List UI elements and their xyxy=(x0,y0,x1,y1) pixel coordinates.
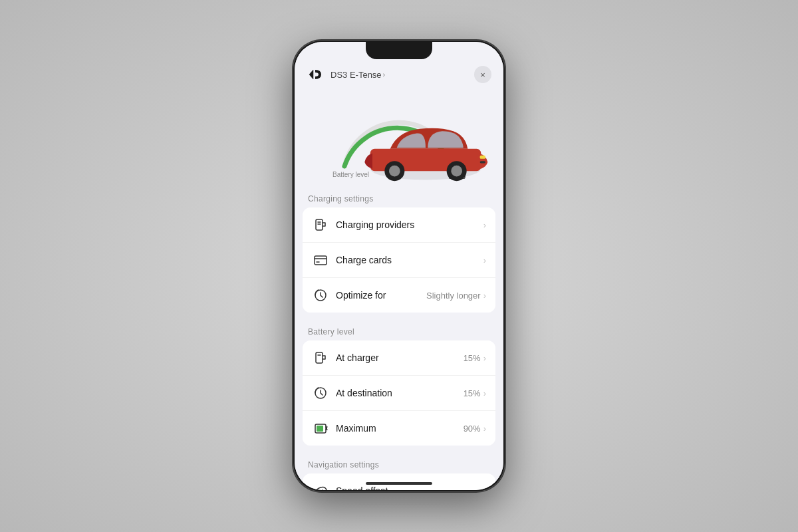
car-name-chevron: › xyxy=(383,70,386,78)
car-svg xyxy=(359,115,492,188)
battery-gauge-section: Battery level 92% xyxy=(295,90,503,185)
svg-rect-6 xyxy=(480,156,485,159)
at-charger-icon xyxy=(312,349,329,366)
charge-cards-label: Charge cards xyxy=(336,255,483,265)
at-destination-label: At destination xyxy=(336,388,464,398)
battery-level-section: Battery level At charger 15% › xyxy=(295,318,503,446)
at-charger-chevron: › xyxy=(483,353,486,363)
maximum-label: Maximum xyxy=(336,423,464,434)
close-button[interactable]: × xyxy=(474,66,491,83)
charge-cards-chevron: › xyxy=(483,255,486,265)
charging-settings-section: Charging settings Charging providers xyxy=(295,185,503,313)
car-image xyxy=(359,115,439,158)
optimize-for-row[interactable]: Optimize for Slightly longer › xyxy=(303,278,495,313)
charging-providers-chevron: › xyxy=(483,220,486,230)
charging-provider-icon xyxy=(312,216,329,233)
svg-rect-8 xyxy=(316,219,323,230)
charging-settings-label: Charging settings xyxy=(295,185,503,207)
at-charger-value: 15% xyxy=(464,353,481,363)
maximum-battery-icon xyxy=(312,420,329,437)
svg-point-5 xyxy=(451,166,462,177)
phone-frame: DS3 E-Tense › × xyxy=(293,40,505,492)
svg-rect-19 xyxy=(317,426,323,432)
svg-rect-15 xyxy=(316,352,323,363)
at-destination-icon xyxy=(312,384,329,402)
optimize-for-value: Slightly longer xyxy=(426,291,481,301)
charging-providers-row[interactable]: Charging providers › xyxy=(303,207,495,243)
navigation-settings-label: Navigation settings xyxy=(295,451,503,473)
speed-offset-icon xyxy=(312,482,329,490)
at-destination-row[interactable]: At destination 15% › xyxy=(303,376,495,411)
at-destination-chevron: › xyxy=(483,388,486,398)
at-charger-row[interactable]: At charger 15% › xyxy=(303,340,495,376)
gauge-container xyxy=(332,96,466,170)
charging-providers-label: Charging providers xyxy=(336,219,483,230)
home-indicator xyxy=(366,482,432,485)
svg-point-3 xyxy=(389,166,400,177)
at-destination-value: 15% xyxy=(464,388,481,398)
battery-level-section-label: Battery level xyxy=(295,318,503,340)
maximum-value: 90% xyxy=(464,424,481,434)
charge-cards-row[interactable]: Charge cards › xyxy=(303,243,495,278)
optimize-for-chevron: › xyxy=(483,291,486,301)
svg-rect-11 xyxy=(315,256,327,265)
header-left: DS3 E-Tense › xyxy=(307,67,385,82)
ds-logo-icon xyxy=(307,67,325,82)
maximum-chevron: › xyxy=(483,424,486,434)
charging-settings-group: Charging providers › Charge cards xyxy=(303,207,495,313)
at-charger-label: At charger xyxy=(336,352,464,363)
maximum-row[interactable]: Maximum 90% › xyxy=(303,411,495,446)
charge-card-icon xyxy=(312,251,329,269)
phone-screen: DS3 E-Tense › × xyxy=(295,42,503,490)
screen-content: DS3 E-Tense › × xyxy=(295,42,503,490)
svg-rect-7 xyxy=(480,161,485,163)
svg-rect-22 xyxy=(326,427,327,430)
car-name-text: DS3 E-Tense xyxy=(331,70,382,80)
battery-level-group: At charger 15% › At destination xyxy=(303,340,495,446)
speed-offset-chevron: › xyxy=(483,486,486,491)
notch xyxy=(366,42,432,59)
optimize-icon xyxy=(312,287,329,304)
car-name[interactable]: DS3 E-Tense › xyxy=(331,70,385,80)
speed-offset-label: Speed offset xyxy=(336,485,483,490)
optimize-for-label: Optimize for xyxy=(336,290,426,301)
